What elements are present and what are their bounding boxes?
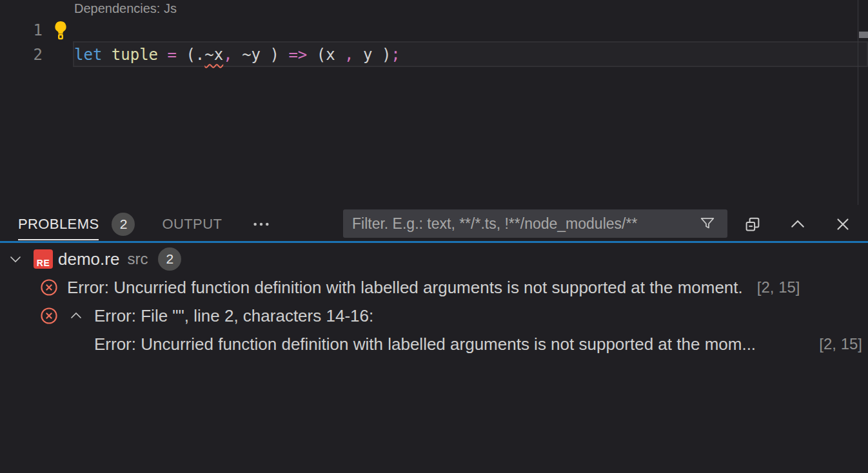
- tab-output[interactable]: OUTPUT: [162, 216, 222, 233]
- token-comma: ,: [223, 46, 232, 64]
- token-labelled-arg-x-error: ~x: [204, 46, 223, 64]
- file-problem-count-badge: 2: [158, 247, 181, 271]
- problem-row-2[interactable]: Error: File "", line 2, characters 14-16…: [0, 302, 868, 330]
- close-panel-icon[interactable]: [832, 213, 854, 235]
- reason-file-icon: RE: [34, 249, 53, 269]
- vscode-window: { "colors": { "background": "#201F23", "…: [0, 0, 868, 473]
- related-problem-position: [2, 15]: [819, 335, 862, 353]
- editor-pane: Dependencies: Js 1 2 let tuple = (. ~x ,…: [0, 0, 868, 205]
- tab-problems-label: PROBLEMS: [18, 216, 99, 233]
- overview-ruler-marker[interactable]: [859, 32, 868, 38]
- chevron-down-icon[interactable]: [8, 251, 23, 267]
- token-paren-dot: (.: [177, 46, 204, 64]
- token-equals: =: [168, 46, 177, 64]
- lightbulb-icon[interactable]: [54, 21, 68, 40]
- problems-list: RE demo.re src 2 Error: Uncurried functi…: [0, 245, 868, 473]
- token-identifier-tuple: tuple: [112, 46, 158, 64]
- code-line: let tuple = (. ~x , ~y ) => (x , y ) ;: [74, 46, 400, 64]
- scrollbar-divider: [858, 0, 858, 205]
- problems-filter-input[interactable]: [352, 215, 696, 233]
- restore-views-icon[interactable]: [742, 213, 764, 235]
- problem-position: [2, 15]: [757, 278, 800, 296]
- panel-actions: [742, 205, 854, 243]
- tab-problems[interactable]: PROBLEMS 2: [18, 213, 135, 236]
- tab-output-label: OUTPUT: [162, 216, 222, 233]
- token-body-x: (x: [307, 46, 344, 64]
- more-tabs-icon[interactable]: [250, 213, 272, 235]
- file-path: src: [127, 250, 148, 268]
- related-problem-message: Error: Uncurried function definition wit…: [94, 334, 756, 354]
- token-arrow: =>: [288, 46, 307, 64]
- editor-line-1: 1: [0, 18, 868, 43]
- token-labelled-arg-y: ~y ): [233, 46, 289, 64]
- editor-line-2[interactable]: 2 let tuple = (. ~x , ~y ) => (x , y ) ;: [0, 43, 868, 67]
- file-group-row[interactable]: RE demo.re src 2: [0, 245, 868, 273]
- maximize-panel-icon[interactable]: [787, 213, 809, 235]
- token-space: [102, 46, 111, 64]
- filter-funnel-icon[interactable]: [696, 213, 718, 235]
- token-body-y: y ): [354, 46, 391, 64]
- problem-message: Error: Uncurried function definition wit…: [67, 278, 743, 298]
- error-icon: [40, 278, 58, 296]
- line-number-1: 1: [0, 21, 43, 39]
- error-icon: [40, 307, 58, 325]
- problems-filter-box: [343, 209, 727, 238]
- problems-count-badge: 2: [112, 213, 135, 236]
- chevron-up-icon[interactable]: [68, 308, 84, 323]
- reason-file-icon-text: RE: [37, 257, 50, 269]
- panel-header: PROBLEMS 2 OUTPUT: [0, 205, 868, 243]
- problem-related-row[interactable]: Error: Uncurried function definition wit…: [0, 330, 868, 358]
- problem-row-1[interactable]: Error: Uncurried function definition wit…: [0, 273, 868, 302]
- panel-tabs: PROBLEMS 2 OUTPUT: [18, 205, 272, 243]
- token-semicolon: ;: [391, 46, 400, 64]
- file-name: demo.re: [58, 249, 119, 269]
- token-space: [158, 46, 167, 64]
- token-comma: ,: [344, 46, 353, 64]
- token-keyword-let: let: [74, 46, 102, 64]
- codelens-dependencies[interactable]: Dependencies: Js: [74, 1, 177, 16]
- line-number-2: 2: [0, 46, 43, 64]
- problem-message: Error: File "", line 2, characters 14-16…: [94, 306, 373, 326]
